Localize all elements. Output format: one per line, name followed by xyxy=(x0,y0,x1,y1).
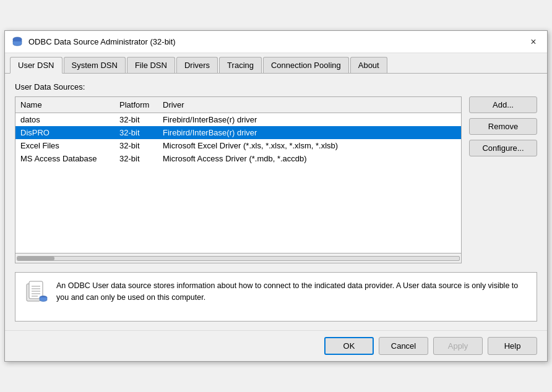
main-window: ODBC Data Source Administrator (32-bit) … xyxy=(4,30,548,362)
tab-drivers[interactable]: Drivers xyxy=(176,57,218,73)
tab-bar: User DSN System DSN File DSN Drivers Tra… xyxy=(5,53,547,74)
row-driver: Microsoft Access Driver (*.mdb, *.accdb) xyxy=(158,152,461,165)
row-name: DisPRO xyxy=(15,126,114,139)
tab-content: User Data Sources: Name Platform Driver … xyxy=(5,74,547,330)
info-description: An ODBC User data source stores informat… xyxy=(56,280,528,304)
info-box: An ODBC User data source stores informat… xyxy=(15,272,537,322)
row-platform: 32-bit xyxy=(114,152,158,165)
tab-user-dsn[interactable]: User DSN xyxy=(10,57,63,74)
configure-button[interactable]: Configure... xyxy=(469,140,537,156)
row-driver: Firebird/InterBase(r) driver xyxy=(158,126,461,139)
cancel-button[interactable]: Cancel xyxy=(379,337,428,355)
scrollbar-thumb xyxy=(17,257,54,260)
col-header-platform: Platform xyxy=(114,99,158,111)
title-bar-left: ODBC Data Source Administrator (32-bit) xyxy=(11,36,176,48)
close-button[interactable]: × xyxy=(526,35,541,49)
row-driver: Microsoft Excel Driver (*.xls, *.xlsx, *… xyxy=(158,139,461,152)
section-label: User Data Sources: xyxy=(15,82,537,92)
table-header: Name Platform Driver xyxy=(15,97,461,113)
apply-button[interactable]: Apply xyxy=(433,337,483,355)
row-platform: 32-bit xyxy=(114,126,158,139)
row-name: Excel Files xyxy=(15,139,114,152)
tab-tracing[interactable]: Tracing xyxy=(219,57,262,73)
col-header-driver: Driver xyxy=(158,99,461,111)
tab-file-dsn[interactable]: File DSN xyxy=(127,57,175,73)
table-body: datos 32-bit Firebird/InterBase(r) drive… xyxy=(15,113,461,253)
table-row[interactable]: datos 32-bit Firebird/InterBase(r) drive… xyxy=(15,113,461,126)
row-driver: Firebird/InterBase(r) driver xyxy=(158,113,461,126)
bottom-bar: OK Cancel Apply Help xyxy=(5,330,547,361)
row-name: MS Access Database xyxy=(15,152,114,165)
data-sources-table: Name Platform Driver datos 32-bit Firebi… xyxy=(15,96,462,263)
help-button[interactable]: Help xyxy=(488,337,537,355)
row-platform: 32-bit xyxy=(114,139,158,152)
col-header-name: Name xyxy=(15,99,114,111)
tab-connection-pooling[interactable]: Connection Pooling xyxy=(263,57,349,73)
table-row[interactable]: Excel Files 32-bit Microsoft Excel Drive… xyxy=(15,139,461,152)
ok-button[interactable]: OK xyxy=(324,337,374,355)
row-name: datos xyxy=(15,113,114,126)
row-platform: 32-bit xyxy=(114,113,158,126)
add-button[interactable]: Add... xyxy=(469,96,537,113)
main-area: Name Platform Driver datos 32-bit Firebi… xyxy=(15,96,537,263)
app-icon xyxy=(11,36,24,48)
info-db-icon xyxy=(24,280,49,305)
table-row[interactable]: DisPRO 32-bit Firebird/InterBase(r) driv… xyxy=(15,126,461,139)
tab-about[interactable]: About xyxy=(350,57,387,73)
side-buttons: Add... Remove Configure... xyxy=(469,96,537,263)
scrollbar-track xyxy=(17,256,460,261)
window-title: ODBC Data Source Administrator (32-bit) xyxy=(28,37,176,46)
remove-button[interactable]: Remove xyxy=(469,118,537,135)
horizontal-scrollbar[interactable] xyxy=(15,253,461,263)
table-row[interactable]: MS Access Database 32-bit Microsoft Acce… xyxy=(15,152,461,165)
tab-system-dsn[interactable]: System DSN xyxy=(64,57,126,73)
title-bar: ODBC Data Source Administrator (32-bit) … xyxy=(5,31,547,53)
